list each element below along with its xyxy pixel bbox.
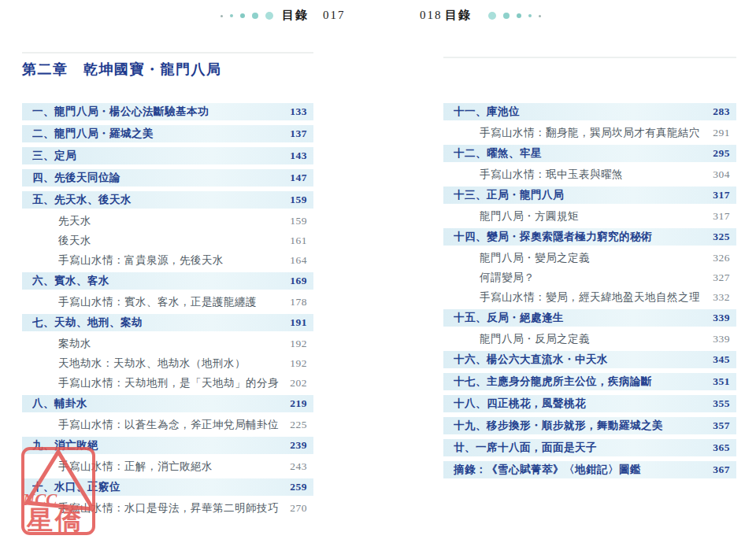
toc-entry-sub[interactable]: 手寫山水情：天劫地刑，是「天地劫」的分身202 bbox=[22, 375, 313, 390]
toc-entry-page: 295 bbox=[713, 147, 730, 160]
toc-entry-label: 十七、主應身分龍虎所主公位，疾病論斷 bbox=[454, 375, 706, 389]
toc-entry-main[interactable]: 十二、曜煞、牢星295 bbox=[443, 145, 736, 162]
toc-entry-main[interactable]: 十四、變局・探奧索隱者極力窮究的秘術325 bbox=[443, 228, 736, 246]
toc-entry-page: 239 bbox=[290, 439, 307, 452]
toc-entry-page: 219 bbox=[290, 397, 307, 410]
toc-entry-sub[interactable]: 天地劫水：天劫水、地劫水（地刑水）192 bbox=[22, 356, 313, 371]
decorative-dot bbox=[220, 15, 223, 17]
toc-entry-page: 225 bbox=[290, 419, 307, 431]
toc-entry-page: 357 bbox=[713, 419, 730, 432]
top-rule-right bbox=[443, 57, 736, 58]
toc-entry-main[interactable]: 十八、四正桃花，風聲桃花355 bbox=[443, 395, 736, 412]
toc-entry-page: 169 bbox=[290, 275, 307, 287]
toc-entry-sub[interactable]: 先天水159 bbox=[22, 213, 313, 228]
toc-entry-sub[interactable]: 手寫山水情：賓水、客水，正是護龍纏護178 bbox=[22, 294, 313, 309]
toc-entry-page: 191 bbox=[290, 316, 307, 329]
toc-entry-page: 367 bbox=[713, 464, 730, 476]
header-dots-left bbox=[220, 10, 273, 21]
toc-entry-main[interactable]: 十七、主應身分龍虎所主公位，疾病論斷351 bbox=[443, 373, 736, 390]
toc-entry-page: 317 bbox=[713, 189, 730, 201]
toc-entry-page: 325 bbox=[713, 231, 730, 243]
toc-entry-page: 339 bbox=[713, 333, 730, 345]
stamp-name-text: 星僑 bbox=[26, 506, 83, 534]
toc-entry-label: 廿、一席十八面，面面是天子 bbox=[454, 441, 706, 455]
toc-entry-main[interactable]: 十一、庫池位283 bbox=[443, 103, 736, 120]
toc-entry-label: 手寫山水情：變局，經天緯地盈天地自然之理 bbox=[480, 290, 706, 305]
toc-entry-sub[interactable]: 手寫山水情：變局，經天緯地盈天地自然之理332 bbox=[443, 290, 736, 305]
toc-entry-label: 龍門八局・方圓規矩 bbox=[480, 209, 706, 223]
toc-entry-sub[interactable]: 龍門八局・反局之定義339 bbox=[443, 331, 736, 346]
toc-entry-main[interactable]: 三、定局143 bbox=[22, 147, 313, 164]
toc-entry-sub[interactable]: 後天水161 bbox=[22, 233, 313, 248]
toc-entry-sub[interactable]: 手寫山水情：以蒼生為念，斧正坤兌局輔卦位225 bbox=[22, 417, 313, 432]
decorative-dot bbox=[240, 13, 245, 18]
toc-entry-label: 八、輔卦水 bbox=[32, 397, 284, 411]
toc-entry-sub[interactable]: 手寫山水情：翻身龍，巽局坎局才有真龍結穴291 bbox=[443, 125, 736, 140]
header-dots-right bbox=[488, 10, 541, 21]
toc-entry-label: 十一、庫池位 bbox=[454, 105, 706, 119]
toc-entry-label: 四、先後天同位論 bbox=[32, 171, 284, 185]
toc-entry-page: 178 bbox=[290, 296, 307, 308]
toc-entry-main[interactable]: 十三、正局・龍門八局317 bbox=[443, 187, 736, 204]
toc-entry-main[interactable]: 四、先後天同位論147 bbox=[22, 169, 313, 187]
toc-entry-sub[interactable]: 龍門八局・變局之定義326 bbox=[443, 250, 736, 265]
toc-entry-page: 355 bbox=[713, 397, 730, 410]
toc-entry-page: 283 bbox=[713, 105, 730, 118]
decorative-dot bbox=[230, 14, 233, 17]
toc-entry-page: 345 bbox=[713, 353, 730, 366]
toc-entry-label: 手寫山水情：天劫地刑，是「天地劫」的分身 bbox=[58, 376, 284, 390]
toc-entry-page: 317 bbox=[713, 210, 730, 223]
toc-entry-label: 十二、曜煞、牢星 bbox=[454, 146, 706, 161]
toc-entry-label: 後天水 bbox=[58, 234, 284, 248]
toc-entry-label: 五、先天水、後天水 bbox=[32, 193, 284, 207]
toc-entry-label: 案劫水 bbox=[58, 337, 284, 351]
toc-entry-main[interactable]: 七、天劫、地刑、案劫191 bbox=[22, 314, 313, 331]
toc-entry-sub[interactable]: 龍門八局・方圓規矩317 bbox=[443, 209, 736, 223]
toc-entry-page: 351 bbox=[713, 375, 730, 388]
toc-entry-page: 365 bbox=[713, 441, 730, 454]
toc-entry-page: 159 bbox=[290, 194, 307, 206]
toc-entry-label: 二、龍門八局・羅城之美 bbox=[32, 127, 284, 141]
toc-entry-main[interactable]: 十六、楊公六大直流水・中天水345 bbox=[443, 351, 736, 368]
toc-entry-label: 手寫山水情：以蒼生為念，斧正坤兌局輔卦位 bbox=[58, 418, 284, 432]
toc-entry-main[interactable]: 摘錄：《雪心賦菁萃》〈地鉗記〉圖鑑367 bbox=[443, 461, 736, 478]
toc-entry-sub[interactable]: 手寫山水情：富貴泉源，先後天水164 bbox=[22, 253, 313, 268]
toc-entry-sub[interactable]: 何謂變局？327 bbox=[443, 270, 736, 285]
toc-entry-main[interactable]: 廿、一席十八面，面面是天子365 bbox=[443, 439, 736, 456]
toc-entry-sub[interactable]: 案劫水192 bbox=[22, 336, 313, 351]
toc-entry-page: 133 bbox=[290, 105, 307, 118]
publisher-stamp: NCC 星僑 bbox=[20, 441, 97, 538]
toc-entry-page: 291 bbox=[713, 127, 730, 139]
toc-entry-label: 十五、反局・絕處逢生 bbox=[454, 311, 706, 325]
decorative-dot bbox=[528, 14, 532, 17]
toc-entry-label: 先天水 bbox=[58, 214, 284, 228]
decorative-dot bbox=[488, 12, 496, 20]
toc-entry-main[interactable]: 一、龍門八局・楊公心法斷驗基本功133 bbox=[22, 103, 313, 120]
toc-entry-label: 一、龍門八局・楊公心法斷驗基本功 bbox=[32, 105, 284, 119]
toc-column-right: 十一、庫池位283手寫山水情：翻身龍，巽局坎局才有真龍結穴291十二、曜煞、牢星… bbox=[443, 103, 736, 483]
toc-entry-page: 159 bbox=[290, 215, 307, 227]
toc-entry-label: 手寫山水情：富貴泉源，先後天水 bbox=[58, 253, 284, 268]
toc-entry-page: 137 bbox=[290, 127, 307, 140]
toc-entry-label: 十六、楊公六大直流水・中天水 bbox=[454, 353, 706, 367]
toc-entry-main[interactable]: 十九、移步換形・順步就形，舞動羅城之美357 bbox=[443, 417, 736, 434]
toc-entry-sub[interactable]: 手寫山水情：珉中玉表與曜煞304 bbox=[443, 167, 736, 182]
stamp-graphic: NCC 星僑 bbox=[20, 441, 97, 538]
toc-entry-main[interactable]: 六、賓水、客水169 bbox=[22, 272, 313, 290]
toc-entry-label: 十三、正局・龍門八局 bbox=[454, 188, 706, 202]
toc-entry-page: 143 bbox=[290, 150, 307, 162]
toc-entry-main[interactable]: 十五、反局・絕處逢生339 bbox=[443, 309, 736, 327]
decorative-dot bbox=[539, 15, 541, 17]
toc-entry-page: 304 bbox=[713, 168, 730, 181]
toc-entry-page: 332 bbox=[713, 291, 730, 304]
toc-entry-main[interactable]: 八、輔卦水219 bbox=[22, 395, 313, 412]
toc-entry-main[interactable]: 五、先天水、後天水159 bbox=[22, 191, 313, 209]
toc-entry-main[interactable]: 二、龍門八局・羅城之美137 bbox=[22, 125, 313, 142]
toc-entry-label: 天地劫水：天劫水、地劫水（地刑水） bbox=[58, 356, 284, 371]
chapter-title: 第二章 乾坤國寶・龍門八局 bbox=[22, 60, 222, 79]
decorative-dot bbox=[503, 13, 510, 19]
toc-entry-label: 十九、移步換形・順步就形，舞動羅城之美 bbox=[454, 419, 706, 433]
page-header-title-left: 目錄 bbox=[282, 8, 309, 23]
toc-entry-label: 手寫山水情：賓水、客水，正是護龍纏護 bbox=[58, 295, 284, 309]
toc-entry-page: 164 bbox=[290, 254, 307, 267]
